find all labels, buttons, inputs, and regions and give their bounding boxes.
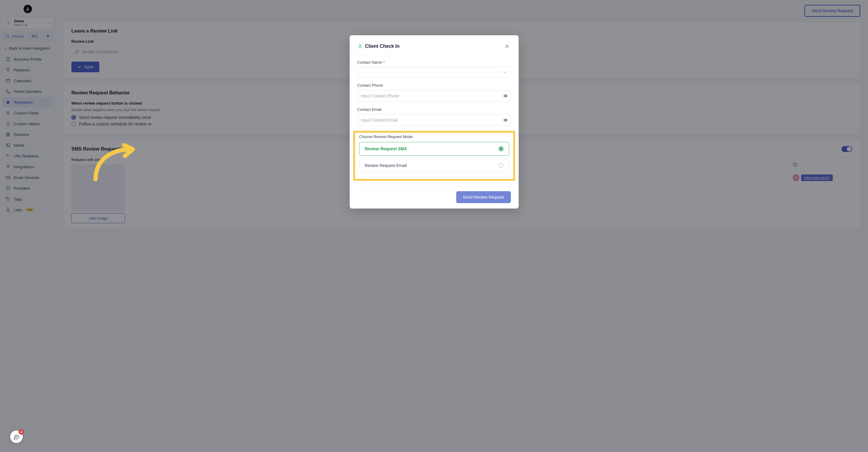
contact-name-select[interactable] (358, 67, 511, 78)
app-root: Demo Irvine, CA Search ⌘ K Back to main … (0, 0, 868, 452)
mode-option-sms[interactable]: Review Request SMS (359, 142, 509, 156)
required-mark: * (383, 60, 385, 64)
svg-rect-14 (505, 119, 506, 121)
svg-rect-13 (504, 119, 505, 121)
contact-phone-input[interactable] (358, 90, 511, 102)
contact-name-label: Contact Name (358, 60, 382, 64)
close-icon (504, 43, 510, 49)
user-outline-icon (358, 43, 363, 49)
chevron-down-icon (503, 70, 507, 74)
mode-option-label: Review Request SMS (365, 146, 407, 151)
client-checkin-modal: Client Check In Contact Name * Contact P… (350, 35, 519, 209)
radio-unselected-icon (499, 163, 503, 168)
mode-option-label: Review Request Email (365, 163, 407, 168)
mode-highlight-frame: Choose Review Request Mode Review Reques… (353, 131, 515, 181)
keyboard-icon (503, 118, 508, 122)
mode-option-email[interactable]: Review Request Email (359, 159, 509, 172)
radio-selected-icon (499, 146, 503, 151)
svg-rect-15 (506, 119, 507, 121)
contact-email-label: Contact Email (358, 107, 381, 112)
send-review-request-button[interactable]: Send Review Request (456, 191, 511, 203)
svg-rect-12 (506, 95, 507, 97)
modal-title: Client Check In (365, 43, 400, 49)
svg-rect-11 (505, 95, 506, 97)
contact-email-input[interactable] (358, 114, 511, 126)
contact-phone-label: Contact Phone (358, 83, 383, 88)
chat-icon (13, 433, 20, 440)
svg-rect-10 (504, 95, 505, 97)
close-button[interactable] (503, 42, 511, 50)
chat-badge: 4 (19, 429, 24, 435)
mode-label: Choose Review Request Mode (359, 134, 509, 139)
chat-fab[interactable]: 4 (10, 430, 23, 443)
svg-point-9 (359, 44, 361, 46)
keyboard-icon (503, 93, 508, 98)
